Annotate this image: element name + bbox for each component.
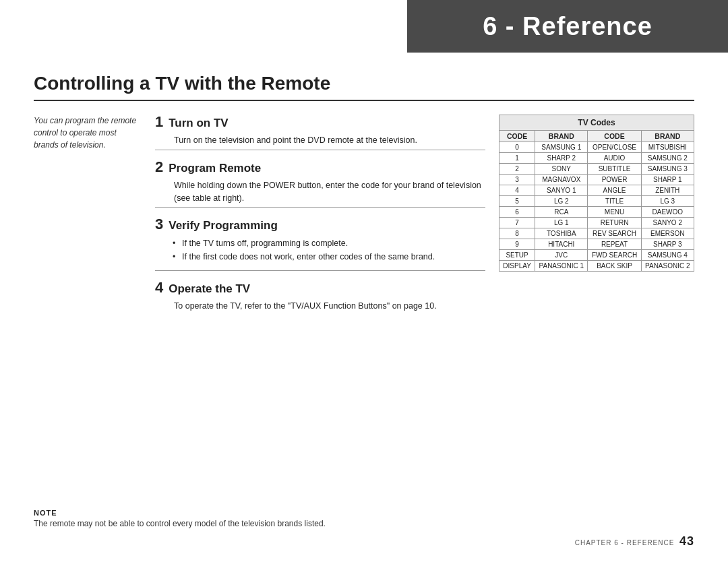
- tv-codes-cell-6-2: MENU: [588, 207, 641, 218]
- tv-codes-cell-2-3: SAMSUNG 3: [641, 164, 694, 175]
- sidebar-note: You can program the remote control to op…: [34, 115, 142, 322]
- tv-codes-cell-7-1: LG 1: [535, 218, 588, 228]
- page-number: 43: [679, 534, 694, 548]
- tv-codes-title: TV Codes: [499, 115, 694, 130]
- tv-codes-row-4: 4SANYO 1ANGLEZENITH: [499, 185, 694, 196]
- tv-codes-cell-5-1: LG 2: [535, 196, 588, 207]
- step-3-divider: [155, 270, 485, 271]
- col-header-brand1: BRAND: [535, 131, 588, 142]
- step-4: 4 Operate the TV To operate the TV, refe…: [155, 280, 485, 313]
- tv-codes-table: CODE BRAND CODE BRAND 0SAMSUNG 1OPEN/CLO…: [499, 130, 694, 272]
- tv-codes-cell-3-2: POWER: [588, 175, 641, 185]
- footer: CHAPTER 6 - REFERENCE 43: [575, 534, 694, 549]
- tv-codes-cell-8-3: EMERSON: [641, 228, 694, 239]
- step-4-header: 4 Operate the TV: [155, 280, 485, 296]
- tv-codes-row-3: 3MAGNAVOXPOWERSHARP 1: [499, 175, 694, 185]
- header-banner: 6 - Reference: [407, 0, 728, 53]
- note-label: NOTE: [34, 509, 694, 517]
- tv-codes-cell-1-2: AUDIO: [588, 153, 641, 164]
- tv-codes-cell-4-2: ANGLE: [588, 185, 641, 196]
- tv-codes-cell-6-0: 6: [499, 207, 535, 218]
- step-3-title: Verify Programming: [169, 219, 278, 232]
- note-text: The remote may not be able to control ev…: [34, 519, 694, 528]
- tv-codes-cell-10-3: SAMSUNG 4: [641, 250, 694, 261]
- tv-codes-row-0: 0SAMSUNG 1OPEN/CLOSEMITSUBISHI: [499, 142, 694, 153]
- tv-codes-row-2: 2SONYSUBTITLESAMSUNG 3: [499, 164, 694, 175]
- col-header-brand2: BRAND: [641, 131, 694, 142]
- step-2: 2 Program Remote While holding down the …: [155, 160, 485, 208]
- tv-codes-row-8: 8TOSHIBAREV SEARCHEMERSON: [499, 228, 694, 239]
- tv-codes-row-11: DISPLAYPANASONIC 1BACK SKIPPANASONIC 2: [499, 261, 694, 272]
- step-2-header: 2 Program Remote: [155, 160, 485, 175]
- tv-codes-row-5: 5LG 2TITLELG 3: [499, 196, 694, 207]
- tv-codes-cell-2-2: SUBTITLE: [588, 164, 641, 175]
- tv-codes-cell-9-0: 9: [499, 239, 535, 250]
- step-1-header: 1 Turn on TV: [155, 115, 485, 130]
- tv-codes-cell-4-1: SANYO 1: [535, 185, 588, 196]
- tv-codes-cell-3-1: MAGNAVOX: [535, 175, 588, 185]
- tv-codes-row-9: 9HITACHIREPEATSHARP 3: [499, 239, 694, 250]
- note-section: NOTE The remote may not be able to contr…: [34, 509, 694, 528]
- step-4-number: 4: [155, 280, 163, 295]
- tv-codes-cell-9-2: REPEAT: [588, 239, 641, 250]
- tv-codes-row-7: 7LG 1RETURNSANYO 2: [499, 218, 694, 228]
- tv-codes-cell-7-0: 7: [499, 218, 535, 228]
- tv-codes-cell-10-2: FWD SEARCH: [588, 250, 641, 261]
- chapter-title: 6 - Reference: [483, 12, 653, 41]
- tv-codes-cell-0-1: SAMSUNG 1: [535, 142, 588, 153]
- tv-codes-cell-8-1: TOSHIBA: [535, 228, 588, 239]
- tv-codes-row-6: 6RCAMENUDAEWOO: [499, 207, 694, 218]
- main-content: Controlling a TV with the Remote You can…: [0, 53, 728, 562]
- tv-codes-cell-11-0: DISPLAY: [499, 261, 535, 272]
- tv-codes-cell-4-0: 4: [499, 185, 535, 196]
- step-1-divider: [155, 150, 485, 150]
- tv-codes-cell-1-3: SAMSUNG 2: [641, 153, 694, 164]
- tv-codes-cell-6-3: DAEWOO: [641, 207, 694, 218]
- tv-codes-container: TV Codes CODE BRAND CODE BRAND 0SAMSUNG …: [499, 115, 694, 322]
- step-4-title: Operate the TV: [169, 282, 250, 296]
- chapter-footer-text: CHAPTER 6 - REFERENCE: [575, 539, 675, 547]
- step-2-title: Program Remote: [169, 162, 261, 175]
- tv-codes-cell-11-2: BACK SKIP: [588, 261, 641, 272]
- step-1-title: Turn on TV: [169, 117, 228, 130]
- step-3-bullets: If the TV turns off, programming is comp…: [155, 237, 485, 263]
- step-1: 1 Turn on TV Turn on the television and …: [155, 115, 485, 150]
- tv-codes-cell-6-1: RCA: [535, 207, 588, 218]
- tv-codes-cell-11-3: PANASONIC 2: [641, 261, 694, 272]
- tv-codes-row-1: 1SHARP 2AUDIOSAMSUNG 2: [499, 153, 694, 164]
- tv-codes-cell-5-3: LG 3: [641, 196, 694, 207]
- tv-codes-cell-5-0: 5: [499, 196, 535, 207]
- step-1-body: Turn on the television and point the DVD…: [155, 134, 485, 147]
- step-1-number: 1: [155, 115, 163, 129]
- tv-codes-cell-4-3: ZENITH: [641, 185, 694, 196]
- tv-codes-row-10: SETUPJVCFWD SEARCHSAMSUNG 4: [499, 250, 694, 261]
- steps-area: 1 Turn on TV Turn on the television and …: [155, 115, 485, 322]
- tv-codes-cell-7-2: RETURN: [588, 218, 641, 228]
- tv-codes-cell-1-0: 1: [499, 153, 535, 164]
- step-4-body: To operate the TV, refer to the "TV/AUX …: [155, 300, 485, 313]
- tv-codes-cell-10-1: JVC: [535, 250, 588, 261]
- tv-codes-cell-3-3: SHARP 1: [641, 175, 694, 185]
- step-2-divider: [155, 207, 485, 208]
- tv-codes-cell-0-3: MITSUBISHI: [641, 142, 694, 153]
- step-3: 3 Verify Programming If the TV turns off…: [155, 217, 485, 271]
- tv-codes-header-row: CODE BRAND CODE BRAND: [499, 131, 694, 142]
- tv-codes-cell-7-3: SANYO 2: [641, 218, 694, 228]
- step-2-body: While holding down the POWER button, ent…: [155, 179, 485, 205]
- tv-codes-cell-2-0: 2: [499, 164, 535, 175]
- tv-codes-cell-9-3: SHARP 3: [641, 239, 694, 250]
- step-3-number: 3: [155, 217, 163, 232]
- step-3-header: 3 Verify Programming: [155, 217, 485, 232]
- tv-codes-cell-9-1: HITACHI: [535, 239, 588, 250]
- tv-codes-cell-11-1: PANASONIC 1: [535, 261, 588, 272]
- step-3-bullet-2: If the first code does not work, enter o…: [182, 250, 485, 263]
- tv-codes-cell-0-0: 0: [499, 142, 535, 153]
- tv-codes-cell-5-2: TITLE: [588, 196, 641, 207]
- tv-codes-cell-1-1: SHARP 2: [535, 153, 588, 164]
- step-2-number: 2: [155, 160, 163, 175]
- tv-codes-cell-2-1: SONY: [535, 164, 588, 175]
- page-title: Controlling a TV with the Remote: [34, 73, 694, 101]
- step-3-bullet-1: If the TV turns off, programming is comp…: [182, 237, 485, 250]
- col-header-code1: CODE: [499, 131, 535, 142]
- col-header-code2: CODE: [588, 131, 641, 142]
